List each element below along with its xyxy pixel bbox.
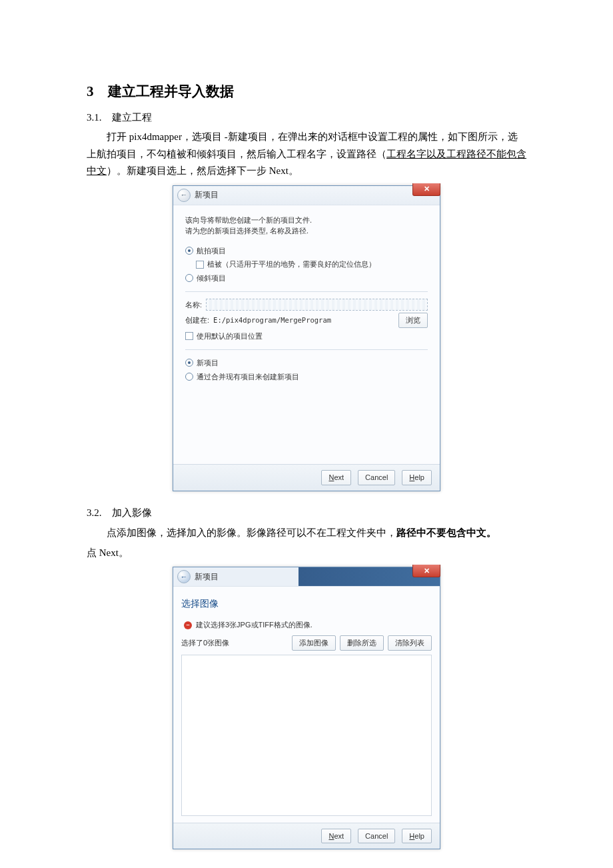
name-label: 名称: (185, 299, 202, 311)
dialog-title: 新项目 (195, 188, 219, 201)
separator (185, 291, 428, 292)
wizard-intro: 该向导将帮助您创建一个新的项目文件. 请为您的新项目选择类型, 名称及路径. (185, 215, 428, 237)
subsection-3-1-heading: 3.1. 建立工程 (87, 109, 526, 127)
image-toolbar: 选择了0张图像 添加图像 删除所选 清除列表 (181, 635, 432, 651)
radio-new-project[interactable]: 新项目 (185, 357, 428, 369)
back-icon[interactable]: ← (177, 570, 191, 583)
browse-button[interactable]: 浏览 (398, 313, 428, 328)
select-images-dialog: ← 新项目 ✕ 选择图像 – 建议选择3张JPG或TIFF格式的图像. 选择了0… (173, 567, 440, 849)
close-button[interactable]: ✕ (412, 183, 440, 196)
image-list-area[interactable] (181, 655, 432, 816)
create-at-label: 创建在: (185, 314, 209, 327)
radio-label: 新项目 (197, 357, 219, 369)
next-button[interactable]: Next (321, 470, 351, 485)
cancel-button[interactable]: Cancel (358, 829, 395, 844)
cancel-button[interactable]: Cancel (358, 470, 395, 485)
dialog-footer: Next Cancel Help (173, 823, 440, 849)
checkbox-label: 使用默认的项目位置 (197, 330, 263, 343)
dialog-titlebar: ← 新项目 ✕ (173, 186, 440, 205)
radio-aerial[interactable]: 航拍项目 (185, 245, 428, 257)
radio-oblique[interactable]: 倾斜项目 (185, 272, 428, 285)
paragraph-text: 点添加图像，选择加入的影像。影像路径可以不在工程文件夹中， (107, 527, 396, 538)
checkbox-default-location[interactable]: 使用默认的项目位置 (185, 330, 428, 343)
warning-icon: – (184, 621, 192, 629)
radio-merge-project[interactable]: 通过合并现有项目来创建新项目 (185, 371, 428, 383)
checkbox-icon (185, 332, 193, 340)
clear-list-button[interactable]: 清除列表 (388, 635, 432, 651)
warning-text: 建议选择3张JPG或TIFF格式的图像. (196, 619, 312, 631)
help-button[interactable]: Help (402, 829, 432, 844)
radio-label: 航拍项目 (197, 245, 226, 257)
dialog-titlebar: ← 新项目 ✕ (173, 567, 440, 587)
checkbox-icon (196, 261, 204, 269)
intro-line: 该向导将帮助您创建一个新的项目文件. (185, 216, 312, 224)
radio-icon (185, 247, 193, 255)
image-count-status: 选择了0张图像 (181, 637, 288, 649)
next-button[interactable]: Next (321, 829, 351, 844)
select-images-heading: 选择图像 (181, 596, 432, 612)
radio-icon (185, 359, 193, 367)
checkbox-label: 植被（只适用于平坦的地势，需要良好的定位信息） (207, 258, 376, 271)
delete-selected-button[interactable]: 删除所选 (340, 635, 384, 651)
add-images-button[interactable]: 添加图像 (292, 635, 336, 651)
separator (185, 349, 428, 350)
new-project-dialog: ← 新项目 ✕ 该向导将帮助您创建一个新的项目文件. 请为您的新项目选择类型, … (173, 185, 440, 491)
radio-icon (185, 274, 193, 282)
name-row: 名称: (185, 299, 428, 311)
dialog-footer: Next Cancel Help (173, 464, 440, 491)
create-at-row: 创建在: E:/pix4dprogram/MergeProgram 浏览 (185, 313, 428, 328)
create-at-value: E:/pix4dprogram/MergeProgram (213, 315, 394, 327)
subsection-3-2-paragraph: 点添加图像，选择加入的影像。影像路径可以不在工程文件夹中，路径中不要包含中文。 (87, 524, 526, 542)
radio-label: 倾斜项目 (197, 272, 226, 285)
subsection-3-1-paragraph: 打开 pix4dmapper，选项目 -新建项目，在弹出来的对话框中设置工程的属… (87, 129, 526, 180)
radio-label: 通过合并现有项目来创建新项目 (197, 371, 299, 383)
section-heading: 3 建立工程并导入数据 (87, 80, 526, 104)
warning-row: – 建议选择3张JPG或TIFF格式的图像. (184, 619, 432, 631)
help-button[interactable]: Help (402, 470, 432, 485)
radio-icon (185, 373, 193, 381)
checkbox-vegetation[interactable]: 植被（只适用于平坦的地势，需要良好的定位信息） (196, 258, 428, 271)
dialog-title: 新项目 (195, 570, 219, 583)
intro-line: 请为您的新项目选择类型, 名称及路径. (185, 227, 308, 235)
paragraph-text: ）。新建项目选上，然后选择下一步 Next。 (107, 165, 299, 176)
name-input[interactable] (206, 299, 428, 311)
paragraph-bold: 路径中不要包含中文。 (396, 527, 496, 538)
back-icon[interactable]: ← (177, 189, 191, 202)
subsection-3-2-paragraph-line2: 点 Next。 (87, 545, 526, 562)
subsection-3-2-heading: 3.2. 加入影像 (87, 505, 526, 522)
close-button[interactable]: ✕ (412, 565, 440, 577)
